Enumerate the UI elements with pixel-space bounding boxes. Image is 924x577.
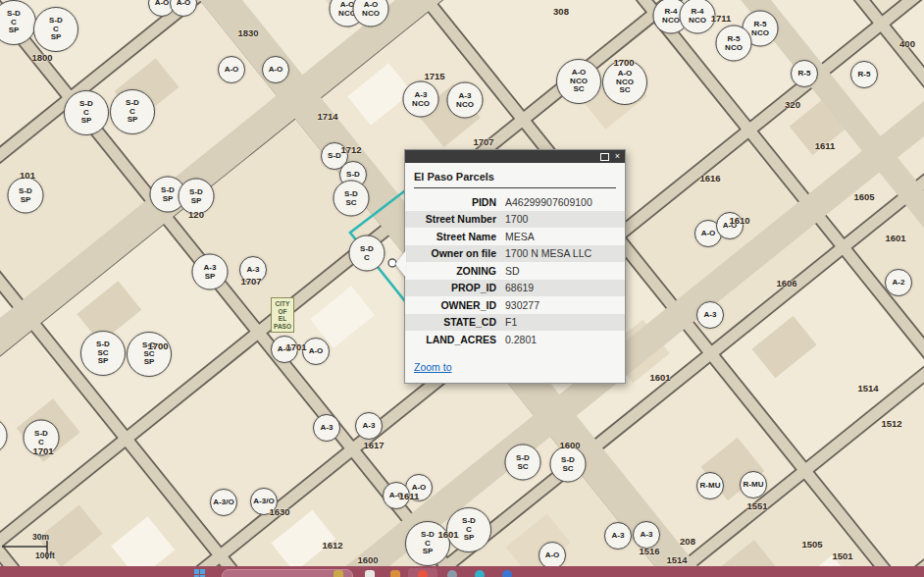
popup-field-label: PIDN <box>405 196 503 208</box>
popup-field-label: ZONING <box>405 265 503 277</box>
popup-field-row: STATE_CDF1 <box>405 314 625 332</box>
popup-field-row: OWNER_ID930277 <box>405 296 625 314</box>
popup-field-value: 1700 <box>503 213 625 225</box>
parcel-popup: × El Paso Parcels PIDNA46299907609100Str… <box>404 149 626 384</box>
popup-field-value: A46299907609100 <box>503 196 625 208</box>
popup-field-row: PIDNA46299907609100 <box>405 193 625 211</box>
popup-field-row: ZONINGSD <box>405 262 625 280</box>
screen: CITYOFELPASO 30m 100ft S-DCSPS-DCSPS-DCS… <box>0 0 924 577</box>
scale-bar <box>2 541 47 559</box>
popup-field-label: LAND_ACRES <box>405 334 503 345</box>
popup-field-table: PIDNA46299907609100Street Number1700Stre… <box>405 193 625 348</box>
popup-titlebar[interactable]: × <box>405 150 625 163</box>
popup-field-row: LAND_ACRES0.2801 <box>405 331 625 348</box>
taskbar-app-2[interactable] <box>365 570 375 577</box>
taskbar-app-5[interactable] <box>447 570 457 577</box>
popup-field-label: Street Number <box>405 213 503 225</box>
popup-field-row: Street Number1700 <box>405 211 625 229</box>
popup-field-value: 68619 <box>503 282 625 293</box>
popup-field-value: 0.2801 <box>503 334 625 345</box>
zoom-to-link[interactable]: Zoom to <box>414 361 452 373</box>
popup-divider <box>414 187 616 188</box>
taskbar-app-1[interactable] <box>334 570 343 577</box>
maximize-icon[interactable] <box>600 153 609 161</box>
popup-field-label: PROP_ID <box>405 282 503 293</box>
start-button[interactable] <box>194 569 205 577</box>
taskbar-app-3[interactable] <box>390 570 400 577</box>
popup-field-row: Owner on file1700 N MESA LLC <box>405 245 625 263</box>
taskbar-app-7[interactable] <box>502 570 512 577</box>
popup-field-row: Street NameMESA <box>405 228 625 245</box>
taskbar <box>0 566 924 577</box>
popup-field-value: MESA <box>503 231 625 242</box>
popup-field-row: PROP_ID68619 <box>405 280 625 297</box>
popup-field-value: 930277 <box>503 299 625 311</box>
popup-field-label: Owner on file <box>405 247 503 259</box>
popup-title: El Paso Parcels <box>405 163 625 187</box>
taskbar-app-6[interactable] <box>475 570 485 577</box>
popup-field-value: SD <box>503 265 625 277</box>
popup-field-label: OWNER_ID <box>405 299 503 311</box>
close-icon[interactable]: × <box>615 152 620 161</box>
popup-tail <box>395 250 406 278</box>
taskbar-app-4[interactable] <box>418 570 428 577</box>
popup-field-value: F1 <box>503 316 625 328</box>
popup-field-label: Street Name <box>405 231 503 242</box>
popup-field-label: STATE_CD <box>405 316 503 328</box>
popup-field-value: 1700 N MESA LLC <box>503 247 625 259</box>
